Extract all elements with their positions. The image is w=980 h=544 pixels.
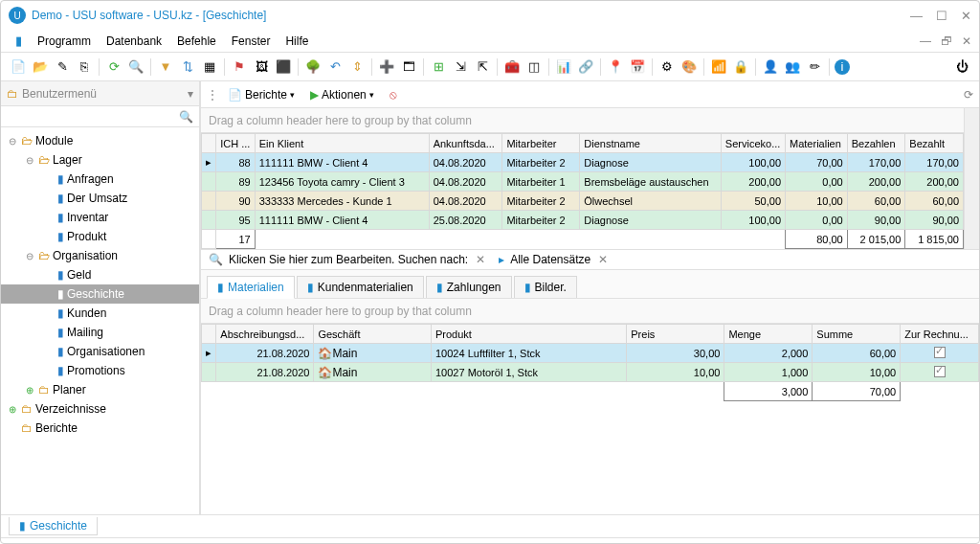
maximize-button[interactable]: ☐	[936, 9, 947, 23]
lock-icon[interactable]: 🔒	[731, 57, 750, 77]
group-panel[interactable]: Drag a column header here to group by th…	[201, 108, 964, 133]
search-edit-label[interactable]: Klicken Sie hier zum Bearbeiten. Suchen …	[229, 253, 468, 266]
pin-icon[interactable]: 📍	[606, 57, 625, 77]
menu-datenbank[interactable]: Datenbank	[100, 33, 167, 50]
table-row[interactable]: ▸88111111 BMW - Client 404.08.2020Mitarb…	[202, 153, 964, 172]
gear-icon[interactable]: ⚙	[657, 57, 677, 77]
tree-anfragen[interactable]: ▮Anfragen	[1, 170, 199, 189]
history-grid[interactable]: ICH ... Ein Klient Ankunftsda... Mitarbe…	[201, 133, 964, 249]
aktionen-button[interactable]: ▶Aktionen▾	[304, 86, 380, 103]
col-mat[interactable]: Materialien	[786, 134, 848, 153]
menu-hilfe[interactable]: Hilfe	[279, 33, 314, 50]
tree-lager[interactable]: ⊖🗁Lager	[1, 150, 199, 170]
col-svc[interactable]: Dienstname	[580, 134, 722, 153]
col-paid[interactable]: Bezahlt	[905, 134, 964, 153]
tab-kundenmaterialien[interactable]: ▮Kundenmaterialien	[297, 276, 424, 298]
filter-icon[interactable]: ▼	[156, 57, 175, 77]
col-absch[interactable]: Abschreibungsd...	[216, 325, 314, 344]
mdi-close-button[interactable]: ✕	[962, 34, 971, 48]
search-scope-label[interactable]: Alle Datensätze	[510, 253, 590, 266]
tree-geschichte[interactable]: ▮Geschichte	[1, 284, 199, 304]
arrows-icon[interactable]: ⇕	[347, 57, 367, 77]
highlight-icon[interactable]: ⬛	[274, 57, 293, 77]
copy-icon[interactable]: ⎘	[75, 57, 94, 77]
toolbox-icon[interactable]: 🧰	[502, 57, 522, 77]
tree-organisation[interactable]: ⊖🗁Organisation	[1, 246, 199, 265]
tab-zahlungen[interactable]: ▮Zahlungen	[426, 276, 512, 298]
mdi-minimize-button[interactable]: —	[920, 34, 931, 48]
table-row[interactable]: 89123456 Toyota camry - Client 304.08.20…	[202, 172, 964, 192]
import-icon[interactable]: ⇲	[451, 57, 470, 77]
tree-produkt[interactable]: ▮Produkt	[1, 227, 199, 246]
tree-inventar[interactable]: ▮Inventar	[1, 208, 199, 227]
table-row[interactable]: 95111111 BMW - Client 425.08.2020Mitarbe…	[202, 211, 964, 230]
menu-befehle[interactable]: Befehle	[171, 33, 222, 50]
detail-group-panel[interactable]: Drag a column header here to group by th…	[201, 299, 979, 324]
open-icon[interactable]: 📂	[31, 57, 50, 77]
sort-icon[interactable]: ⇅	[178, 57, 197, 77]
link-icon[interactable]: 🔗	[576, 57, 595, 77]
tree-mailing[interactable]: ▮Mailing	[1, 323, 199, 342]
wand-icon[interactable]: ✏	[805, 57, 824, 77]
user-icon[interactable]: 👤	[761, 57, 780, 77]
vertical-scrollbar[interactable]	[964, 108, 979, 249]
bottom-tab-geschichte[interactable]: ▮Geschichte	[9, 517, 98, 535]
new-icon[interactable]: 📄	[9, 57, 28, 77]
palette-icon[interactable]: 🎨	[679, 57, 699, 77]
col-id[interactable]: ICH ...	[216, 134, 256, 153]
checkbox-icon[interactable]	[934, 366, 946, 377]
window-icon[interactable]: 🗔	[399, 57, 418, 77]
users-icon[interactable]: 👥	[783, 57, 802, 77]
col-prod[interactable]: Produkt	[432, 325, 627, 344]
chevron-down-icon[interactable]: ▾	[188, 87, 193, 101]
app-menu-icon[interactable]: ▮	[9, 32, 28, 51]
info-icon[interactable]: i	[835, 59, 850, 75]
mdi-restore-button[interactable]: 🗗	[941, 34, 952, 48]
col-price[interactable]: Preis	[627, 325, 724, 344]
tree-umsatz[interactable]: ▮Der Umsatz	[1, 189, 199, 208]
excel-icon[interactable]: ⊞	[429, 57, 448, 77]
stop-button[interactable]: ⦸	[384, 86, 403, 103]
export-icon[interactable]: ⇱	[473, 57, 492, 77]
materials-grid[interactable]: Abschreibungsd... Geschäft Produkt Preis…	[201, 324, 979, 401]
checkbox-icon[interactable]	[934, 347, 946, 358]
tree-planer[interactable]: ⊕🗀Planer	[1, 380, 199, 399]
tree-kunden[interactable]: ▮Kunden	[1, 304, 199, 323]
col-date[interactable]: Ankunftsda...	[429, 134, 502, 153]
col-client[interactable]: Ein Klient	[255, 134, 429, 153]
table-row[interactable]: 90333333 Mercedes - Kunde 104.08.2020Mit…	[202, 192, 964, 211]
col-inv[interactable]: Zur Rechnu...	[901, 325, 979, 344]
close-button[interactable]: ✕	[961, 9, 971, 23]
minimize-button[interactable]: —	[910, 9, 923, 23]
group-icon[interactable]: ▦	[200, 57, 219, 77]
calendar-icon[interactable]: 📅	[628, 57, 647, 77]
rss-icon[interactable]: 📶	[709, 57, 728, 77]
undo-icon[interactable]: ↶	[325, 57, 345, 77]
tree-organisationen[interactable]: ▮Organisationen	[1, 342, 199, 361]
chart-icon[interactable]: 📊	[554, 57, 573, 77]
table-row[interactable]: 21.08.2020🏠Main10027 Motoröl 1, Stck10,0…	[202, 363, 979, 382]
tree-berichte[interactable]: 🗀Berichte	[1, 419, 199, 438]
flag-icon[interactable]: ⚑	[230, 57, 249, 77]
tab-materialien[interactable]: ▮Materialien	[207, 276, 295, 299]
col-pay[interactable]: Bezahlen	[847, 134, 905, 153]
tree-promotions[interactable]: ▮Promotions	[1, 361, 199, 380]
clear-scope-icon[interactable]: ✕	[598, 253, 608, 266]
berichte-button[interactable]: 📄Berichte▾	[222, 86, 301, 103]
power-icon[interactable]: ⏻	[952, 57, 971, 77]
col-sk[interactable]: Serviceko...	[721, 134, 785, 153]
tree-icon[interactable]: 🌳	[303, 57, 323, 77]
col-shop[interactable]: Geschäft	[314, 325, 432, 344]
tree-geld[interactable]: ▮Geld	[1, 265, 199, 284]
clear-search-icon[interactable]: ✕	[476, 253, 485, 266]
tab-bilder[interactable]: ▮Bilder.	[514, 276, 577, 298]
add-icon[interactable]: ➕	[377, 57, 396, 77]
search-icon[interactable]: 🔍	[126, 57, 145, 77]
col-emp[interactable]: Mitarbeiter	[502, 134, 580, 153]
menu-fenster[interactable]: Fenster	[226, 33, 277, 50]
edit-icon[interactable]: ✎	[53, 57, 72, 77]
tree-verzeichnisse[interactable]: ⊕🗀Verzeichnisse	[1, 399, 199, 419]
col-sum[interactable]: Summe	[813, 325, 901, 344]
table-row[interactable]: ▸21.08.2020🏠Main10024 Luftfilter 1, Stck…	[202, 344, 979, 363]
refresh-grid-icon[interactable]: ⟳	[964, 88, 973, 102]
